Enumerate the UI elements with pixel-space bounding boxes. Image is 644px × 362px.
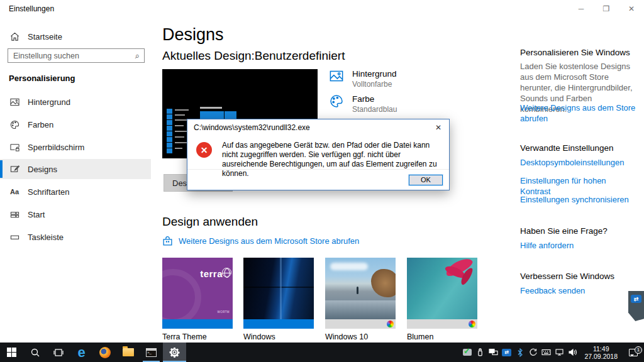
improve-heading: Verbessern Sie Windows — [520, 272, 614, 281]
sync-icon[interactable] — [526, 348, 540, 357]
sidebar-item-home[interactable]: Startseite — [0, 26, 151, 47]
terra-brand-text: terra — [200, 268, 223, 279]
sidebar-item-farben[interactable]: Farben — [0, 114, 151, 134]
edge-icon: e — [77, 346, 85, 359]
color-wheel-icon — [387, 321, 394, 327]
background-icon — [9, 97, 19, 107]
network-icon[interactable] — [553, 348, 566, 356]
taskbar-clock[interactable]: 11:49 27.09.2018 — [579, 345, 623, 360]
theme-name: Windows — [243, 332, 314, 341]
theme-property-background[interactable]: Hintergrund Volltonfarbe — [330, 69, 397, 89]
sidebar-item-label: Schriftarten — [28, 187, 69, 197]
notification-badge: 1 — [635, 346, 642, 354]
settings-search[interactable]: ⌕ — [8, 48, 145, 63]
palette-icon — [9, 119, 19, 129]
globe-icon — [222, 268, 231, 277]
sidebar-item-start[interactable]: Start — [0, 204, 151, 224]
sidebar-item-label: Farben — [28, 120, 53, 129]
color-palette-icon — [330, 94, 343, 108]
action-center-button[interactable]: 1 — [623, 349, 644, 356]
sync-settings-link[interactable]: Einstellungen synchronisieren — [520, 194, 637, 205]
start-button[interactable] — [0, 343, 23, 362]
property-value: Volltonfarbe — [352, 80, 397, 89]
background-image-icon — [330, 69, 343, 83]
task-view-icon — [53, 348, 64, 358]
sidebar-section-header: Personalisierung — [9, 74, 75, 83]
task-view-button[interactable] — [47, 343, 70, 362]
sidebar-item-label: Taskleiste — [28, 233, 64, 242]
taskbar-search-button[interactable] — [23, 343, 47, 362]
send-feedback-link[interactable]: Feedback senden — [520, 285, 637, 296]
command-prompt-button[interactable] — [140, 343, 163, 362]
edge-button[interactable]: e — [70, 343, 93, 362]
theme-property-color[interactable]: Farbe Standardblau — [330, 94, 397, 114]
restore-button[interactable]: ❐ — [594, 0, 619, 18]
theme-card-windows10[interactable]: Windows 10 — [325, 258, 396, 341]
firefox-icon — [99, 347, 111, 358]
theme-card-windows[interactable]: Windows — [243, 258, 314, 341]
sidebar-item-designs[interactable]: Designs — [0, 159, 151, 179]
gear-icon — [169, 347, 180, 358]
firefox-button[interactable] — [93, 343, 116, 362]
search-icon[interactable]: ⌕ — [135, 51, 144, 61]
theme-card-blumen[interactable]: Blumen — [407, 258, 477, 341]
terra-brand-subtext: WORTM — [218, 310, 230, 314]
theme-name: Blumen — [407, 332, 477, 341]
sidebar-item-sperrbildschirm[interactable]: Sperrbildschirm — [0, 137, 151, 157]
question-heading: Haben Sie eine Frage? — [520, 226, 608, 236]
dual-monitor-icon[interactable] — [487, 348, 500, 356]
teamviewer-icon: ⇄ — [631, 295, 641, 303]
volume-icon[interactable] — [566, 348, 579, 356]
dialog-titlebar[interactable]: C:\windows\system32\rundll32.exe ✕ — [187, 119, 449, 136]
search-icon — [30, 348, 40, 358]
command-prompt-icon — [146, 348, 157, 357]
touch-keyboard-icon[interactable] — [540, 349, 553, 356]
file-explorer-button[interactable] — [116, 343, 140, 362]
lock-screen-icon — [9, 142, 19, 152]
fonts-icon: Aa — [9, 187, 19, 197]
sidebar-item-label: Startseite — [28, 32, 62, 41]
sidebar-item-schriftarten[interactable]: Aa Schriftarten — [0, 182, 151, 202]
sidebar-item-label: Designs — [28, 165, 57, 174]
settings-button[interactable] — [163, 343, 186, 362]
windows-theme-thumbnail — [243, 258, 314, 319]
antivirus-check-icon[interactable] — [460, 349, 474, 356]
theme-card-terra[interactable]: terra WORTM Terra Theme — [162, 258, 233, 341]
bluetooth-icon[interactable] — [513, 348, 526, 357]
settings-window: Einstellungen ─ ❐ ✕ Startseite ⌕ Persona… — [0, 0, 644, 362]
taskbar-settings-icon — [9, 232, 19, 242]
related-settings-heading: Verwandte Einstellungen — [520, 143, 614, 153]
current-theme-heading: Aktuelles Design:Benutzerdefiniert — [162, 49, 345, 63]
property-value: Standardblau — [352, 105, 397, 114]
store-link-row[interactable]: Weitere Designs aus dem Microsoft Store … — [162, 236, 359, 246]
color-wheel-icon — [469, 321, 475, 327]
dialog-close-button[interactable]: ✕ — [428, 119, 449, 136]
store-themes-link[interactable]: Weitere Designs aus dem Microsoft Store … — [179, 236, 359, 246]
clock-time: 11:49 — [593, 345, 609, 353]
teamviewer-tray-icon[interactable]: ⇄ — [500, 349, 513, 356]
sidebar-item-label: Start — [28, 210, 45, 219]
terra-theme-thumbnail: terra WORTM — [162, 258, 233, 319]
error-icon: ✕ — [196, 142, 212, 158]
sidebar-item-taskleiste[interactable]: Taskleiste — [0, 227, 151, 247]
promo-heading: Personalisieren Sie Windows — [520, 48, 630, 57]
search-input[interactable] — [8, 52, 135, 60]
minimize-button[interactable]: ─ — [569, 0, 594, 18]
blumen-theme-thumbnail — [407, 258, 477, 319]
close-button[interactable]: ✕ — [619, 0, 644, 18]
get-help-link[interactable]: Hilfe anfordern — [520, 240, 637, 251]
microsoft-store-icon — [162, 236, 173, 246]
promo-store-link[interactable]: Weitere Designs aus dem Store abrufen — [520, 102, 637, 124]
taskbar: e — [0, 343, 644, 362]
usb-device-icon[interactable] — [474, 348, 487, 357]
ok-button[interactable]: OK — [409, 175, 443, 185]
windows10-theme-thumbnail — [325, 258, 396, 319]
dialog-footer: OK — [187, 169, 449, 190]
teamviewer-edge-tab[interactable]: ⇄ — [628, 291, 644, 321]
theme-name: Windows 10 — [325, 332, 396, 341]
sidebar-item-hintergrund[interactable]: Hintergrund — [0, 92, 151, 112]
desktop-icons-link[interactable]: Desktopsymboleinstellungen — [520, 157, 637, 168]
sidebar-item-label: Sperrbildschirm — [28, 143, 84, 152]
high-contrast-link[interactable]: Einstellungen für hohen Kontrast — [520, 175, 637, 197]
dialog-title: C:\windows\system32\rundll32.exe — [187, 123, 310, 132]
